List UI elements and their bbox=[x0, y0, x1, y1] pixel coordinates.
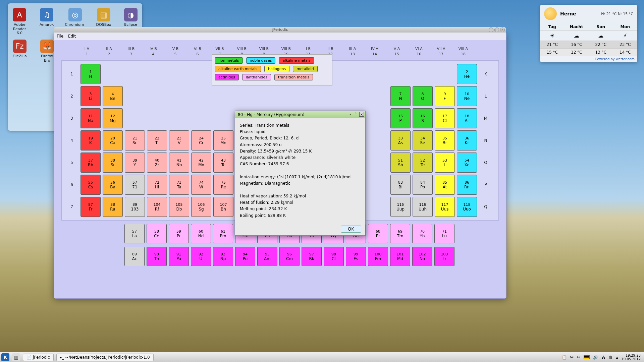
element-cell[interactable]: 99Es bbox=[346, 247, 366, 266]
element-cell[interactable]: 51Sb bbox=[390, 153, 411, 173]
dialog-expand-icon[interactable]: ⌃ bbox=[355, 112, 357, 116]
element-cell[interactable]: 53I bbox=[435, 153, 455, 173]
element-cell[interactable]: 107Bh bbox=[213, 197, 233, 217]
element-cell[interactable]: 7N bbox=[390, 86, 411, 106]
taskbar-item[interactable]: ▸_ ~/NetBeansProjects/jPeriodic/jPeriodi… bbox=[56, 354, 154, 361]
element-cell[interactable]: 43Tc bbox=[213, 153, 233, 173]
element-cell[interactable]: 86Rn bbox=[457, 175, 477, 195]
element-cell[interactable]: 59Pr bbox=[169, 224, 189, 243]
element-cell[interactable]: 18Ar bbox=[457, 108, 477, 128]
element-cell[interactable]: 103Lr bbox=[434, 247, 454, 266]
legend-chip[interactable]: lanthanides bbox=[242, 74, 271, 80]
tray-chevron-icon[interactable]: ▴ bbox=[616, 355, 618, 360]
element-cell[interactable]: 104Rf bbox=[147, 197, 167, 217]
element-cell[interactable]: 12Mg bbox=[103, 108, 123, 128]
element-cell[interactable]: 8O bbox=[413, 86, 433, 106]
element-cell[interactable]: 41Nb bbox=[169, 153, 189, 173]
element-cell[interactable]: 56Ba bbox=[103, 175, 123, 195]
element-cell[interactable]: 55Cs bbox=[80, 175, 101, 195]
window-min-button[interactable]: – bbox=[489, 27, 493, 32]
legend-chip[interactable]: non metals bbox=[215, 57, 243, 64]
element-cell[interactable]: 20Ca bbox=[103, 130, 123, 150]
tray-network-icon[interactable]: 🖧 bbox=[601, 355, 605, 360]
element-cell[interactable]: 61Pm bbox=[213, 224, 233, 243]
element-cell[interactable]: 10Ne bbox=[457, 86, 477, 106]
element-cell[interactable]: 91Pa bbox=[169, 247, 189, 266]
element-cell[interactable]: 58Ce bbox=[147, 224, 167, 243]
legend-chip[interactable]: actinides bbox=[215, 74, 239, 80]
window-close-button[interactable]: × bbox=[500, 27, 505, 32]
window-titlebar[interactable]: jPeriodic – ▢ × bbox=[54, 27, 506, 33]
element-cell[interactable]: 117Uus bbox=[435, 197, 455, 217]
element-cell[interactable]: 71Lu bbox=[434, 224, 454, 243]
tray-clipboard-icon[interactable]: 📋 bbox=[562, 355, 567, 360]
legend-chip[interactable]: hallogens bbox=[264, 66, 289, 72]
element-cell[interactable]: 90Th bbox=[147, 247, 167, 266]
element-cell[interactable]: 70Yb bbox=[412, 224, 432, 243]
element-cell[interactable]: 72Hf bbox=[147, 175, 167, 195]
element-cell[interactable]: 83Bi bbox=[390, 175, 411, 195]
element-cell[interactable]: 102No bbox=[412, 247, 432, 266]
element-cell[interactable]: 5771 bbox=[125, 175, 145, 195]
element-cell[interactable]: 60Nd bbox=[191, 224, 211, 243]
element-cell[interactable]: 115Uup bbox=[390, 197, 411, 217]
element-cell[interactable]: 39Y bbox=[125, 153, 145, 173]
taskbar-item[interactable]: 📄 jPeriodic bbox=[23, 354, 54, 361]
element-cell[interactable]: 25Mn bbox=[213, 130, 233, 150]
element-cell[interactable]: 84Po bbox=[413, 175, 433, 195]
element-cell[interactable]: 24Cr bbox=[191, 130, 211, 150]
weather-credit-link[interactable]: Powered by wetter.com bbox=[540, 56, 637, 62]
element-cell[interactable]: 93Np bbox=[213, 247, 233, 266]
desktop-icon[interactable]: FzFileZilla bbox=[11, 40, 29, 63]
element-cell[interactable]: 85At bbox=[435, 175, 455, 195]
element-cell[interactable]: 57La bbox=[124, 224, 145, 243]
element-cell[interactable]: 15P bbox=[390, 108, 411, 128]
element-cell[interactable]: 89Ac bbox=[124, 247, 145, 266]
element-cell[interactable]: 118Uuo bbox=[457, 197, 477, 217]
element-cell[interactable]: 40Zr bbox=[147, 153, 167, 173]
element-cell[interactable]: 105Db bbox=[169, 197, 189, 217]
element-cell[interactable]: 9F bbox=[435, 86, 455, 106]
menu-edit[interactable]: Edit bbox=[68, 34, 76, 39]
element-cell[interactable]: 94Pu bbox=[235, 247, 255, 266]
element-cell[interactable]: 21Sc bbox=[125, 130, 145, 150]
element-cell[interactable]: 52Te bbox=[413, 153, 433, 173]
dialog-close-button[interactable]: × bbox=[359, 112, 364, 117]
tray-battery-icon[interactable]: 🗑 bbox=[609, 355, 613, 360]
element-cell[interactable]: 88Ra bbox=[103, 197, 123, 217]
element-cell[interactable]: 1H bbox=[80, 64, 101, 84]
legend-chip[interactable]: alkaline earth metals bbox=[215, 66, 261, 72]
tray-mail-icon[interactable]: ✉ bbox=[570, 355, 574, 360]
element-cell[interactable]: 95Am bbox=[257, 247, 277, 266]
element-cell[interactable]: 33As bbox=[390, 130, 411, 150]
taskbar-clock[interactable]: 19:29:23 19.05.2012 bbox=[622, 354, 641, 361]
dialog-ok-button[interactable]: OK bbox=[341, 226, 361, 233]
element-cell[interactable]: 92U bbox=[191, 247, 211, 266]
legend-chip[interactable]: transition metals bbox=[274, 74, 313, 80]
element-cell[interactable]: 68Er bbox=[368, 224, 388, 243]
desktop-icon[interactable]: AAdobe Reader 6.0 bbox=[11, 8, 29, 36]
element-cell[interactable]: 37Rb bbox=[80, 153, 101, 173]
start-button[interactable]: K bbox=[1, 353, 9, 361]
desktop-icon[interactable]: 🦊Firefox Bro bbox=[38, 40, 56, 63]
desktop-icon[interactable]: ♫Amarok bbox=[38, 8, 56, 36]
element-cell[interactable]: 98Cf bbox=[324, 247, 344, 266]
element-cell[interactable]: 3Li bbox=[80, 86, 101, 106]
element-cell[interactable]: 100Fm bbox=[368, 247, 388, 266]
tray-scissors-icon[interactable]: ✂ bbox=[577, 355, 580, 360]
element-cell[interactable]: 74W bbox=[191, 175, 211, 195]
element-cell[interactable]: 73Ta bbox=[169, 175, 189, 195]
element-cell[interactable]: 97Bk bbox=[302, 247, 322, 266]
show-desktop-button[interactable]: ▥ bbox=[12, 353, 20, 361]
element-cell[interactable]: 2He bbox=[457, 64, 477, 84]
legend-chip[interactable]: metalloid bbox=[293, 66, 317, 72]
element-cell[interactable]: 16S bbox=[413, 108, 433, 128]
legend-chip[interactable]: alkaline metals bbox=[279, 57, 314, 64]
tray-keyboard-layout[interactable] bbox=[584, 355, 590, 359]
element-cell[interactable]: 96Cm bbox=[279, 247, 300, 266]
element-cell[interactable]: 17Cl bbox=[435, 108, 455, 128]
element-cell[interactable]: 106Sg bbox=[191, 197, 211, 217]
element-cell[interactable]: 116Uuh bbox=[413, 197, 433, 217]
element-cell[interactable]: 34Se bbox=[413, 130, 433, 150]
element-cell[interactable]: 42Mo bbox=[191, 153, 211, 173]
